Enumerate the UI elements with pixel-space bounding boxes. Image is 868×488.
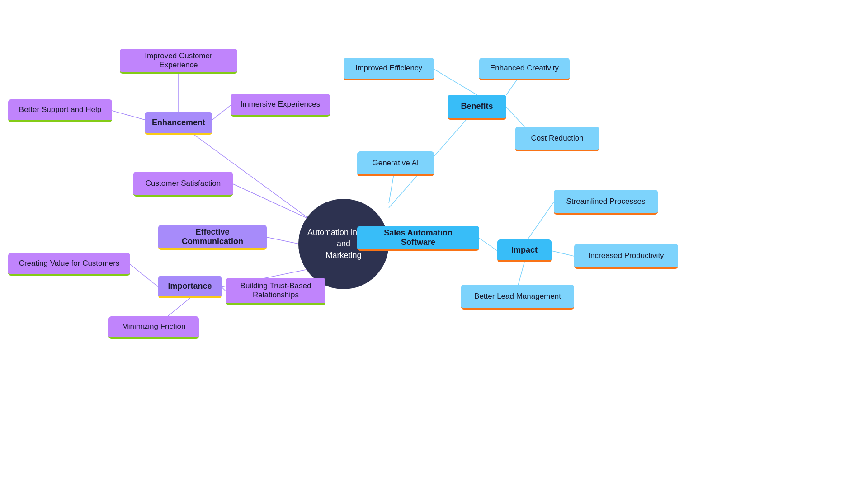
effective-comm-label: Effective Communication bbox=[168, 227, 257, 246]
svg-line-3 bbox=[212, 105, 231, 120]
cost-reduction-node: Cost Reduction bbox=[515, 127, 599, 151]
creating-value-node: Creating Value for Customers bbox=[8, 253, 130, 276]
svg-line-2 bbox=[112, 111, 145, 120]
minimizing-friction-label: Minimizing Friction bbox=[122, 322, 186, 331]
cost-reduction-label: Cost Reduction bbox=[531, 134, 583, 143]
better-lead-label: Better Lead Management bbox=[474, 292, 561, 301]
generative-ai-label: Generative AI bbox=[372, 159, 419, 168]
benefits-node: Benefits bbox=[448, 95, 506, 120]
svg-line-7 bbox=[130, 264, 158, 287]
immersive-label: Immersive Experiences bbox=[241, 100, 321, 109]
enhanced-creativity-node: Enhanced Creativity bbox=[479, 58, 570, 80]
improved-cx-node: Improved Customer Experience bbox=[120, 49, 237, 74]
streamlined-processes-label: Streamlined Processes bbox=[566, 197, 646, 206]
enhancement-label: Enhancement bbox=[152, 118, 205, 127]
better-lead-node: Better Lead Management bbox=[461, 285, 574, 310]
immersive-node: Immersive Experiences bbox=[231, 94, 330, 117]
better-support-label: Better Support and Help bbox=[19, 105, 101, 114]
building-trust-node: Building Trust-Based Relationships bbox=[226, 278, 326, 305]
sales-automation-label: Sales Automation Software bbox=[367, 228, 469, 247]
svg-line-8 bbox=[222, 287, 226, 291]
improved-cx-label: Improved Customer Experience bbox=[128, 52, 229, 70]
svg-line-19 bbox=[518, 262, 524, 287]
creating-value-label: Creating Value for Customers bbox=[19, 259, 120, 268]
sales-automation-node: Sales Automation Software bbox=[357, 226, 479, 251]
importance-label: Importance bbox=[168, 282, 212, 291]
impact-node: Impact bbox=[497, 239, 552, 262]
enhanced-creativity-label: Enhanced Creativity bbox=[490, 64, 559, 73]
customer-satisfaction-label: Customer Satisfaction bbox=[146, 179, 221, 188]
benefits-label: Benefits bbox=[461, 102, 493, 111]
svg-line-18 bbox=[552, 251, 574, 256]
increased-productivity-label: Increased Productivity bbox=[588, 251, 664, 260]
increased-productivity-node: Increased Productivity bbox=[574, 244, 678, 269]
svg-line-12 bbox=[434, 69, 477, 95]
streamlined-processes-node: Streamlined Processes bbox=[554, 190, 658, 215]
customer-satisfaction-node: Customer Satisfaction bbox=[133, 172, 233, 197]
importance-node: Importance bbox=[158, 276, 222, 298]
enhancement-node: Enhancement bbox=[145, 112, 212, 135]
building-trust-label: Building Trust-Based Relationships bbox=[241, 282, 311, 300]
generative-ai-node: Generative AI bbox=[357, 151, 434, 176]
svg-line-16 bbox=[479, 238, 497, 251]
effective-comm-node: Effective Communication bbox=[158, 225, 267, 250]
improved-efficiency-label: Improved Efficiency bbox=[355, 64, 422, 73]
improved-efficiency-node: Improved Efficiency bbox=[344, 58, 434, 80]
better-support-node: Better Support and Help bbox=[8, 99, 112, 122]
impact-label: Impact bbox=[511, 245, 538, 255]
svg-line-17 bbox=[524, 202, 554, 244]
minimizing-friction-node: Minimizing Friction bbox=[108, 316, 199, 339]
